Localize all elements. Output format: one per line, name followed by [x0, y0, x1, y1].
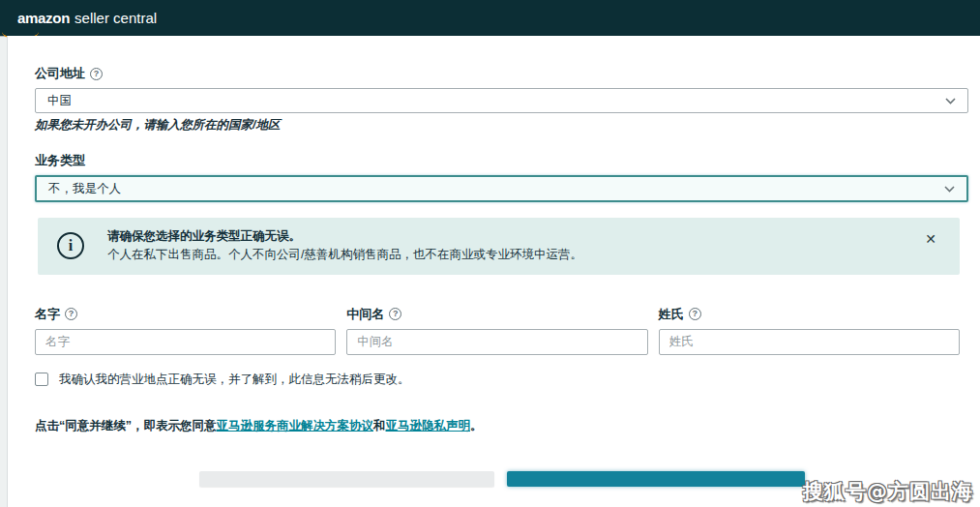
company-address-label-row: 公司地址 ?	[35, 65, 980, 82]
help-icon[interactable]: ?	[65, 308, 77, 320]
chevron-down-icon	[944, 186, 955, 193]
registration-page: amazon seller central 公司地址 ? 中国 如果您未开办公司…	[0, 0, 980, 507]
company-address-select[interactable]: 中国	[35, 88, 968, 113]
privacy-notice-link[interactable]: 亚马逊隐私声明	[386, 419, 471, 432]
last-name-input[interactable]	[659, 329, 960, 355]
business-type-label: 业务类型	[35, 152, 85, 169]
app-header: amazon seller central	[0, 0, 980, 36]
middle-name-label: 中间名	[346, 306, 384, 323]
agreement-prefix: 点击“同意并继续”，即表示您同意	[35, 419, 217, 432]
business-type-select[interactable]: 不，我是个人	[35, 175, 968, 202]
watermark: 搜狐号@方圆出海	[803, 478, 973, 505]
middle-name-group: 中间名 ?	[346, 306, 647, 355]
middle-name-label-row: 中间名 ?	[346, 306, 647, 323]
previous-button[interactable]	[199, 471, 494, 487]
seller-central-label: seller central	[74, 10, 157, 26]
help-icon[interactable]: ?	[90, 68, 103, 80]
name-fields-row: 名字 ? 中间名 ? 姓氏 ?	[35, 306, 960, 355]
amazon-seller-central-logo[interactable]: amazon seller central	[17, 10, 157, 26]
help-icon[interactable]: ?	[689, 308, 701, 320]
business-type-alert: i 请确保您选择的业务类型正确无误。 个人在私下出售商品。个人不向公司/慈善机构…	[38, 218, 960, 275]
business-type-value: 不，我是个人	[48, 181, 121, 197]
alert-text: 请确保您选择的业务类型正确无误。 个人在私下出售商品。个人不向公司/慈善机构销售…	[107, 227, 640, 265]
first-name-group: 名字 ?	[35, 306, 336, 355]
agree-and-continue-button[interactable]	[507, 471, 805, 487]
first-name-label-row: 名字 ?	[35, 306, 336, 323]
company-address-value: 中国	[47, 93, 72, 109]
chevron-down-icon	[945, 98, 956, 104]
last-name-label-row: 姓氏 ?	[659, 306, 960, 323]
middle-name-input[interactable]	[346, 329, 647, 355]
company-address-note: 如果您未开办公司，请输入您所在的国家/地区	[35, 117, 980, 134]
business-solutions-agreement-link[interactable]: 亚马逊服务商业解决方案协议	[217, 419, 374, 432]
alert-title: 请确保您选择的业务类型正确无误。	[107, 227, 582, 246]
info-icon: i	[57, 232, 84, 259]
agreement-suffix: 。	[470, 419, 483, 432]
last-name-label: 姓氏	[659, 306, 684, 323]
agreement-conjunction: 和	[373, 419, 386, 432]
confirm-location-label: 我确认我的营业地点正确无误，并了解到，此信息无法稍后更改。	[59, 372, 410, 388]
agreement-text: 点击“同意并继续”，即表示您同意亚马逊服务商业解决方案协议和亚马逊隐私声明。	[35, 418, 980, 434]
confirm-location-checkbox[interactable]	[35, 373, 48, 386]
alert-body: 个人在私下出售商品。个人不向公司/慈善机构销售商品，也不在商业或专业环境中运营。	[107, 246, 582, 264]
business-type-label-row: 业务类型	[35, 152, 980, 169]
first-name-label: 名字	[35, 306, 60, 323]
confirm-location-row: 我确认我的营业地点正确无误，并了解到，此信息无法稍后更改。	[35, 372, 980, 388]
last-name-group: 姓氏 ?	[659, 306, 960, 355]
help-icon[interactable]: ?	[389, 308, 401, 320]
first-name-input[interactable]	[35, 329, 336, 355]
amazon-logo-text: amazon	[17, 10, 70, 26]
close-icon[interactable]: ✕	[925, 231, 936, 247]
registration-form: 公司地址 ? 中国 如果您未开办公司，请输入您所在的国家/地区 业务类型 不，我…	[7, 36, 980, 507]
company-address-label: 公司地址	[35, 65, 85, 82]
